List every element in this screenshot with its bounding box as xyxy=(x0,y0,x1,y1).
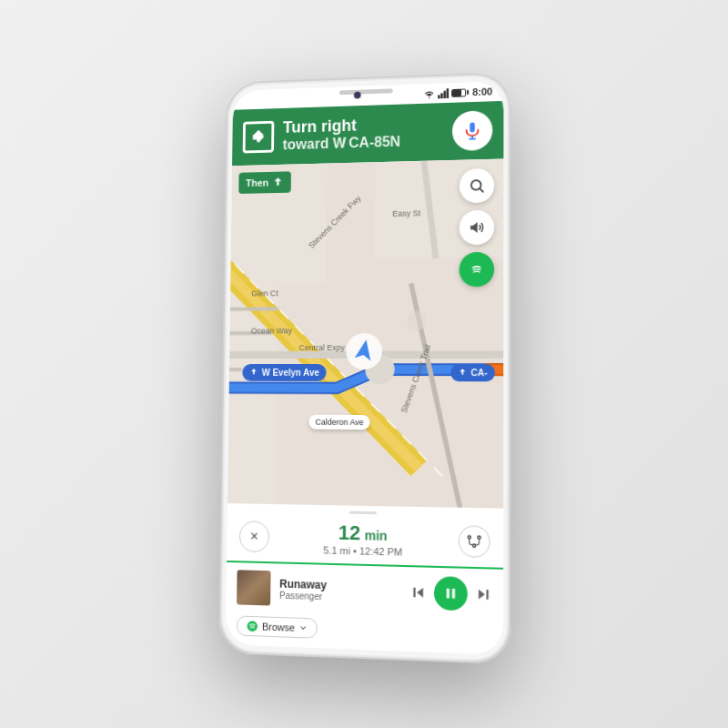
album-art-image xyxy=(237,570,270,605)
song-info: Runaway Passenger xyxy=(279,577,401,603)
nav-direction: Turn right toward W CA-85N xyxy=(243,116,401,154)
svg-point-23 xyxy=(468,536,470,539)
w-evelyn-label: W Evelyn Ave xyxy=(262,368,319,378)
music-controls xyxy=(410,575,491,612)
eta-row: × 12 min 5.1 mi • 12:42 PM xyxy=(227,513,503,568)
location-arrow-icon xyxy=(345,332,383,370)
nav-route-label: toward W CA-85N xyxy=(283,134,401,153)
svg-rect-0 xyxy=(438,95,440,98)
glen-ct-label: Glen Ct xyxy=(251,289,278,298)
nav-text: Turn right toward W CA-85N xyxy=(283,116,401,153)
route-options-button[interactable] xyxy=(459,525,490,558)
spotify-icon xyxy=(468,260,486,278)
close-icon: × xyxy=(250,529,258,545)
svg-rect-31 xyxy=(486,590,488,600)
map-controls xyxy=(459,168,494,288)
svg-line-18 xyxy=(480,188,482,191)
sound-button[interactable] xyxy=(460,210,495,246)
ca-pill: CA- xyxy=(450,364,495,381)
signal-icon xyxy=(438,88,449,98)
status-icons: 8:00 xyxy=(423,86,492,98)
chevron-down-icon xyxy=(298,623,308,632)
next-track-button[interactable] xyxy=(475,586,492,603)
map-area[interactable]: Then xyxy=(228,159,503,509)
eta-details: 5.1 mi • 12:42 PM xyxy=(323,544,402,557)
previous-track-button[interactable] xyxy=(410,584,426,602)
eta-unit: min xyxy=(365,528,388,543)
svg-rect-3 xyxy=(447,88,450,98)
search-icon xyxy=(469,177,485,194)
wifi-icon xyxy=(423,88,435,98)
sound-icon xyxy=(469,219,485,236)
mic-button[interactable] xyxy=(452,110,492,151)
svg-rect-27 xyxy=(413,588,415,598)
then-arrow-icon xyxy=(272,176,285,188)
svg-marker-19 xyxy=(470,222,478,233)
svg-marker-26 xyxy=(417,588,423,598)
bottom-panel: × 12 min 5.1 mi • 12:42 PM xyxy=(226,503,503,654)
spotify-browse-button[interactable]: Browse xyxy=(237,615,318,638)
pause-icon xyxy=(442,585,459,602)
music-player: Runaway Passenger xyxy=(226,561,503,621)
then-indicator: Then xyxy=(238,171,291,194)
prev-icon xyxy=(410,584,426,602)
ca-label: CA- xyxy=(471,368,488,378)
svg-rect-1 xyxy=(440,93,443,98)
eta-info: 12 min 5.1 mi • 12:42 PM xyxy=(323,521,402,558)
svg-marker-30 xyxy=(479,590,485,600)
phone-screen: 8:00 Turn right xyxy=(226,81,504,654)
search-button[interactable] xyxy=(460,168,494,204)
spotify-small-icon xyxy=(246,620,258,633)
turn-arrow-icon xyxy=(243,121,275,154)
next-icon xyxy=(475,586,492,603)
eta-minutes: 12 xyxy=(339,521,361,545)
calderon-ave-label: Calderon Ave xyxy=(308,414,369,430)
route-options-icon xyxy=(466,533,483,551)
eta-distance: 5.1 mi xyxy=(323,544,350,556)
svg-rect-4 xyxy=(470,123,475,133)
mic-icon xyxy=(462,120,482,140)
eta-arrival-time: 12:42 PM xyxy=(359,545,402,557)
svg-rect-29 xyxy=(452,589,455,599)
then-label: Then xyxy=(246,177,268,188)
central-expy-label: Central Expy xyxy=(298,343,345,352)
svg-rect-2 xyxy=(443,90,446,97)
browse-label: Browse xyxy=(262,621,295,632)
svg-point-24 xyxy=(478,536,480,539)
turn-arrow-pill-icon xyxy=(249,368,258,377)
eta-time-display: 12 min xyxy=(323,521,402,546)
ocean-way-label: Ocean Way xyxy=(251,326,292,335)
nav-header: Turn right toward W CA-85N xyxy=(232,101,503,166)
location-marker xyxy=(345,332,383,374)
album-art xyxy=(237,570,270,605)
battery-icon xyxy=(451,88,466,96)
drag-handle-bar xyxy=(349,511,377,515)
status-time: 8:00 xyxy=(472,86,492,97)
spotify-button[interactable] xyxy=(459,252,494,288)
easy-st-label: Easy St xyxy=(392,208,420,217)
svg-rect-28 xyxy=(447,589,450,599)
pause-button[interactable] xyxy=(434,576,468,611)
w-evelyn-ave-pill: W Evelyn Ave xyxy=(242,364,326,381)
close-navigation-button[interactable]: × xyxy=(239,521,269,552)
phone-frame: 8:00 Turn right xyxy=(218,72,511,664)
turn-arrow-ca-icon xyxy=(458,368,467,377)
